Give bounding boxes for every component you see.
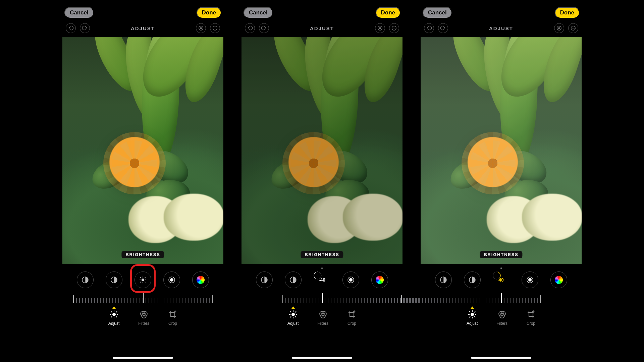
brilliance-dial[interactable] xyxy=(464,272,481,288)
markup-button[interactable] xyxy=(375,23,385,33)
tab-filters[interactable]: Filters xyxy=(138,310,149,335)
cancel-button[interactable]: Cancel xyxy=(64,7,94,18)
tab-adjust-label: Adjust xyxy=(287,321,299,326)
more-button[interactable] xyxy=(568,23,578,33)
tab-adjust-label: Adjust xyxy=(467,321,478,326)
photo-editor-screen: Cancel Done ADJUST xyxy=(62,5,223,361)
svg-point-1 xyxy=(314,272,322,280)
tab-filters[interactable]: Filters xyxy=(496,310,507,335)
cancel-label: Cancel xyxy=(249,9,268,16)
tab-filters-label: Filters xyxy=(138,321,149,326)
more-button[interactable] xyxy=(389,23,399,33)
redo-button[interactable] xyxy=(438,23,448,33)
brightness-dial[interactable]: 40 xyxy=(493,272,509,288)
cancel-button[interactable]: Cancel xyxy=(244,7,273,18)
mode-label: ADJUST xyxy=(131,25,155,31)
param-badge: BRIGHTNESS xyxy=(121,251,164,258)
saturation-dial[interactable] xyxy=(550,272,567,288)
brightness-slider[interactable] xyxy=(62,293,223,306)
cancel-label: Cancel xyxy=(428,9,447,16)
undo-button[interactable] xyxy=(245,23,255,33)
done-label: Done xyxy=(560,9,575,16)
param-badge: BRIGHTNESS xyxy=(301,251,343,258)
redo-button[interactable] xyxy=(259,23,269,33)
slider-center-indicator xyxy=(500,267,502,269)
markup-button[interactable] xyxy=(554,23,564,33)
tab-adjust[interactable]: Adjust xyxy=(467,310,478,335)
photo-editor-screen: Cancel Done ADJUST xyxy=(421,5,582,361)
brightness-slider[interactable] xyxy=(241,293,402,306)
brightness-slider[interactable] xyxy=(421,293,582,306)
photo-preview xyxy=(421,37,582,264)
brightness-dial[interactable]: -40 xyxy=(314,272,330,288)
saturation-dial[interactable] xyxy=(192,272,209,288)
saturation-dial[interactable] xyxy=(371,272,388,288)
brilliance-dial[interactable] xyxy=(285,272,302,288)
mode-label: ADJUST xyxy=(310,25,334,31)
home-indicator[interactable] xyxy=(113,357,173,359)
home-indicator[interactable] xyxy=(292,357,352,359)
tab-crop-label: Crop xyxy=(168,321,177,326)
exposure-dial[interactable] xyxy=(77,272,94,288)
tab-crop[interactable]: Crop xyxy=(168,310,177,335)
exposure-dial[interactable] xyxy=(435,272,452,288)
tab-filters-label: Filters xyxy=(317,321,328,326)
exposure-dial[interactable] xyxy=(256,272,273,288)
more-button[interactable] xyxy=(210,23,220,33)
done-label: Done xyxy=(202,9,216,16)
tab-crop[interactable]: Crop xyxy=(347,310,357,335)
photo-preview xyxy=(62,37,223,264)
tab-adjust-label: Adjust xyxy=(108,321,119,326)
tab-crop[interactable]: Crop xyxy=(526,310,536,335)
brilliance-dial[interactable] xyxy=(106,272,122,288)
contrast-dial[interactable] xyxy=(163,272,180,288)
tab-adjust[interactable]: Adjust xyxy=(287,310,299,335)
mode-label: ADJUST xyxy=(489,25,513,31)
done-button[interactable]: Done xyxy=(376,7,401,18)
tab-crop-label: Crop xyxy=(347,321,356,326)
home-indicator[interactable] xyxy=(471,357,531,359)
tab-filters-label: Filters xyxy=(496,321,507,326)
contrast-dial[interactable] xyxy=(342,272,359,288)
undo-button[interactable] xyxy=(424,23,434,33)
photo-editor-screen: Cancel Done ADJUST xyxy=(241,5,402,361)
cancel-button[interactable]: Cancel xyxy=(423,7,452,18)
cancel-label: Cancel xyxy=(70,9,89,16)
param-badge: BRIGHTNESS xyxy=(480,251,522,258)
markup-button[interactable] xyxy=(196,23,206,33)
undo-button[interactable] xyxy=(66,23,76,33)
brightness-dial[interactable] xyxy=(135,272,151,288)
done-button[interactable]: Done xyxy=(555,7,580,18)
tab-filters[interactable]: Filters xyxy=(317,310,328,335)
contrast-dial[interactable] xyxy=(522,272,538,288)
redo-button[interactable] xyxy=(80,23,90,33)
tab-crop-label: Crop xyxy=(527,321,535,326)
photo-preview xyxy=(241,37,402,264)
slider-center-indicator xyxy=(321,267,323,269)
tab-adjust[interactable]: Adjust xyxy=(108,310,119,335)
done-button[interactable]: Done xyxy=(197,7,222,18)
done-label: Done xyxy=(381,9,395,16)
